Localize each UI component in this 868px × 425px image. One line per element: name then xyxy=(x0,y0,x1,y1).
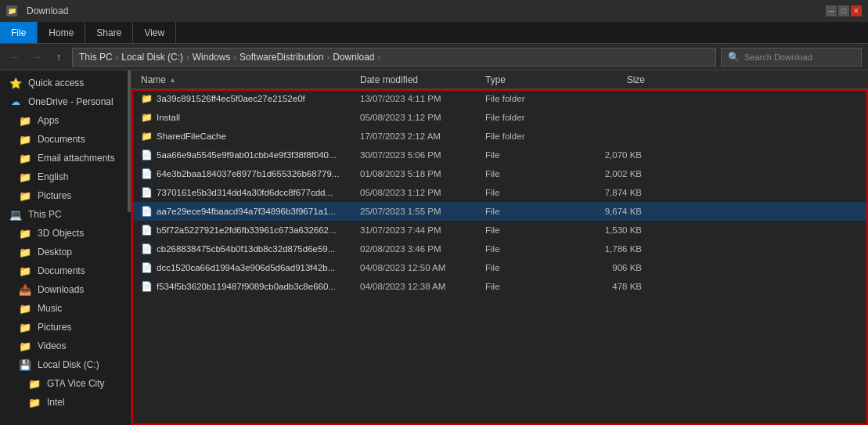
english-folder-icon: 📁 xyxy=(19,171,31,183)
col-header-date[interactable]: Date modified xyxy=(354,70,479,88)
file-type-cell: File xyxy=(479,188,581,197)
file-name-cell: 📄 7370161e5b3d314dd4a30fd6dcc8f677cdd... xyxy=(135,187,354,198)
sidebar-item-documents[interactable]: 📁 Documents xyxy=(0,130,131,149)
file-date-cell: 01/08/2023 5:18 PM xyxy=(354,169,479,178)
maximize-button[interactable]: □ xyxy=(838,5,849,16)
file-size-cell: 2,070 KB xyxy=(581,150,651,160)
folder-icon: 📁 xyxy=(141,93,152,104)
file-icon: 📄 xyxy=(141,187,152,198)
table-row[interactable]: 📄 dcc1520ca66d1994a3e906d5d6ad913f42b...… xyxy=(131,258,868,277)
sidebar-item-3d-objects[interactable]: 📁 3D Objects xyxy=(0,224,131,243)
close-button[interactable]: ✕ xyxy=(851,5,862,16)
file-name-cell: 📄 f534f5b3620b119487f9089cb0adb3c8e660..… xyxy=(135,281,354,292)
file-name: cb268838475cb54b0f13db8c32d875d6e59... xyxy=(157,244,335,254)
file-type-cell: File xyxy=(479,169,581,178)
file-size-cell: 1,530 KB xyxy=(581,225,651,235)
sidebar-item-intel[interactable]: 📁 Intel xyxy=(0,393,131,412)
sidebar-item-videos[interactable]: 📁 Videos xyxy=(0,337,131,355)
table-row[interactable]: 📄 f534f5b3620b119487f9089cb0adb3c8e660..… xyxy=(131,277,868,296)
sidebar-label-music: Music xyxy=(38,303,62,314)
file-name-cell: 📄 5aa66e9a5545e9f9ab01cbb4e9f3f38f8f040.… xyxy=(135,149,354,160)
pictures2-icon: 📁 xyxy=(19,321,31,333)
search-box[interactable]: 🔍 Search Download xyxy=(721,48,862,67)
up-button[interactable]: ↑ xyxy=(50,49,67,66)
sort-arrow-name: ▲ xyxy=(169,76,176,84)
file-name: 3a39c891526ff4ec5f0aec27e2152e0f xyxy=(157,94,305,103)
sidebar-label-english: English xyxy=(38,171,68,182)
file-name: b5f72a5227921e2fd6fb33961c673a632662... xyxy=(157,225,337,235)
file-name: 7370161e5b3d314dd4a30fd6dcc8f677cdd... xyxy=(157,188,333,197)
address-bar: ← → ↑ This PC › Local Disk (C:) › Window… xyxy=(0,44,868,70)
sidebar-item-gta[interactable]: 📁 GTA Vice City xyxy=(0,374,131,393)
file-type-cell: File folder xyxy=(479,131,581,141)
sidebar-item-local-disk[interactable]: 💾 Local Disk (C:) xyxy=(0,355,131,374)
minimize-button[interactable]: ─ xyxy=(826,5,837,16)
sidebar-label-documents: Documents xyxy=(38,134,85,145)
documents-folder-icon: 📁 xyxy=(19,133,31,146)
path-windows: Windows xyxy=(193,52,231,63)
file-type-cell: File folder xyxy=(479,113,581,122)
title-bar-icons: 📁 xyxy=(6,5,17,16)
path-software-distribution: SoftwareDistribution xyxy=(240,52,323,63)
back-button[interactable]: ← xyxy=(6,49,23,66)
sidebar-item-desktop[interactable]: 📁 Desktop xyxy=(0,243,131,261)
col-header-name[interactable]: Name ▲ xyxy=(135,70,354,88)
tab-view[interactable]: View xyxy=(133,22,176,43)
table-row[interactable]: 📄 b5f72a5227921e2fd6fb33961c673a632662..… xyxy=(131,221,868,240)
window-icon: 📁 xyxy=(6,5,17,16)
sidebar-item-quick-access[interactable]: ⭐ Quick access xyxy=(0,74,131,92)
tab-share[interactable]: Share xyxy=(85,22,133,43)
sidebar-item-documents2[interactable]: 📁 Documents xyxy=(0,261,131,280)
file-name-cell: 📄 b5f72a5227921e2fd6fb33961c673a632662..… xyxy=(135,225,354,236)
sidebar-item-pictures2[interactable]: 📁 Pictures xyxy=(0,318,131,337)
file-name-cell: 📄 64e3b2baa184037e8977b1d655326b68779... xyxy=(135,168,354,179)
col-header-size[interactable]: Size xyxy=(581,70,651,88)
table-row[interactable]: 📄 64e3b2baa184037e8977b1d655326b68779...… xyxy=(131,164,868,183)
this-pc-icon: 💻 xyxy=(9,208,22,221)
sidebar-item-pictures[interactable]: 📁 Pictures xyxy=(0,186,131,205)
address-path[interactable]: This PC › Local Disk (C:) › Windows › So… xyxy=(72,48,716,67)
pictures-folder-icon: 📁 xyxy=(19,189,31,202)
sidebar-item-email-attachments[interactable]: 📁 Email attachments xyxy=(0,149,131,167)
table-row[interactable]: 📄 cb268838475cb54b0f13db8c32d875d6e59...… xyxy=(131,240,868,258)
table-row[interactable]: 📁 SharedFileCache 17/07/2023 2:12 AM Fil… xyxy=(131,127,868,146)
main-area: ⭐ Quick access ☁ OneDrive - Personal 📁 A… xyxy=(0,70,868,425)
file-type-cell: File xyxy=(479,207,581,216)
onedrive-icon: ☁ xyxy=(9,95,22,108)
table-row[interactable]: 📄 aa7e29ece94fbaacd94a7f34896b3f9671a1..… xyxy=(131,202,868,221)
title-bar-title: Download xyxy=(27,5,68,16)
file-icon: 📄 xyxy=(141,281,152,292)
path-download: Download xyxy=(333,52,374,63)
col-header-type[interactable]: Type xyxy=(479,70,581,88)
forward-button[interactable]: → xyxy=(28,49,45,66)
tab-home[interactable]: Home xyxy=(38,22,85,43)
sidebar-scrollbar[interactable] xyxy=(128,70,131,212)
gta-icon: 📁 xyxy=(28,377,41,390)
sidebar-item-this-pc[interactable]: 💻 This PC xyxy=(0,205,131,224)
file-date-cell: 02/08/2023 3:46 PM xyxy=(354,244,479,254)
3d-objects-icon: 📁 xyxy=(19,227,31,240)
file-size-cell: 2,002 KB xyxy=(581,169,651,178)
file-icon: 📄 xyxy=(141,225,152,236)
file-list[interactable]: 📁 3a39c891526ff4ec5f0aec27e2152e0f 13/07… xyxy=(131,89,868,425)
tab-file[interactable]: File xyxy=(0,22,38,43)
file-size-cell: 478 KB xyxy=(581,282,651,291)
sidebar-item-onedrive[interactable]: ☁ OneDrive - Personal xyxy=(0,92,131,111)
sidebar-item-apps[interactable]: 📁 Apps xyxy=(0,111,131,130)
file-type-cell: File folder xyxy=(479,94,581,103)
file-size-cell: 906 KB xyxy=(581,263,651,272)
file-size-cell: 9,674 KB xyxy=(581,207,651,216)
file-date-cell: 05/08/2023 1:12 PM xyxy=(354,188,479,197)
file-type-cell: File xyxy=(479,263,581,272)
table-row[interactable]: 📁 3a39c891526ff4ec5f0aec27e2152e0f 13/07… xyxy=(131,89,868,108)
sidebar-item-downloads[interactable]: 📥 Downloads xyxy=(0,280,131,299)
search-placeholder: Search Download xyxy=(744,52,812,62)
search-icon: 🔍 xyxy=(728,52,740,63)
table-row[interactable]: 📁 Install 05/08/2023 1:12 PM File folder xyxy=(131,108,868,127)
sidebar-item-music[interactable]: 📁 Music xyxy=(0,299,131,318)
table-row[interactable]: 📄 7370161e5b3d314dd4a30fd6dcc8f677cdd...… xyxy=(131,183,868,202)
table-row[interactable]: 📄 5aa66e9a5545e9f9ab01cbb4e9f3f38f8f040.… xyxy=(131,146,868,164)
sidebar-item-english[interactable]: 📁 English xyxy=(0,167,131,186)
sidebar-label-apps: Apps xyxy=(38,115,59,126)
folder-icon: 📁 xyxy=(141,112,152,123)
